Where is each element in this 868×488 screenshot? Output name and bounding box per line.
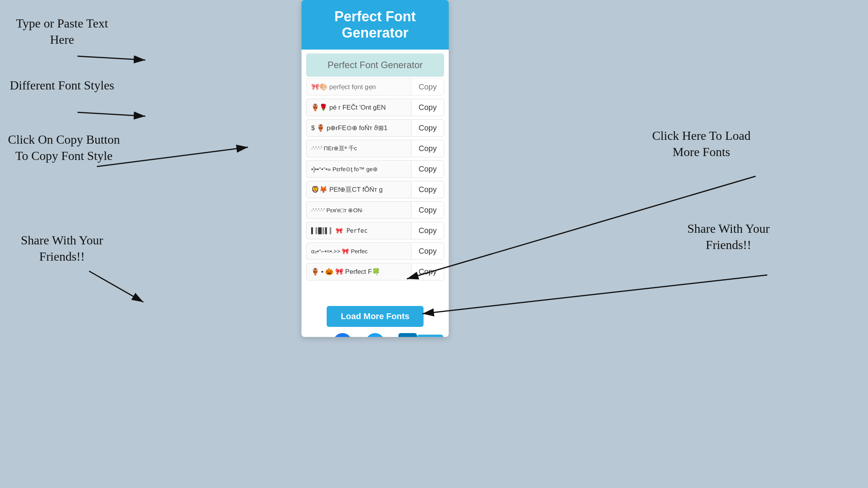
table-row: •]••°•°•» Pεrfe⊙ţ fo™ ge⊛ Copy [306, 160, 444, 178]
table-row: ∙'∙'∙'∙'∙' Pεя'e□т ⊕ON· Copy [306, 201, 444, 219]
svg-line-4 [89, 271, 143, 302]
table-row: α₂•°⌐•≈•.>> 🎀 Perfec Copy [306, 242, 444, 260]
copy-button[interactable]: Copy [411, 243, 444, 259]
right-input-display-2: Perfect Font Generator [306, 53, 444, 77]
annotation-click-load: Click Here To Load More Fonts [643, 128, 760, 160]
annotation-type-paste: Type or Paste Text Here [8, 15, 116, 48]
table-row: ▌║█║▌║ 🎀 Perfec Copy [306, 222, 444, 239]
copy-button[interactable]: Copy [411, 99, 444, 116]
table-row: 🏺 • 🎃 🎀 Perfect F🍀 Copy [306, 263, 444, 280]
font-style-text: $ 🏺 p⊕rFE⊙⊕ foŃт ϑ⊞1 [307, 120, 411, 136]
copy-button[interactable]: Copy [411, 120, 444, 136]
svg-line-3 [97, 147, 248, 167]
font-style-text: 🏺 • 🎃 🎀 Perfect F🍀 [307, 264, 411, 280]
annotation-share-left: Share With Your Friends!! [8, 232, 116, 265]
table-row: 🎀🎨 pẹrfẹct fọnt gẹn Copy [306, 78, 444, 96]
table-row: ∙'∙'∙'∙' ΠΕr⊕亘ª 千c Copy [306, 140, 444, 157]
annotation-share-right: Share With Your Friends!! [674, 221, 783, 253]
right-phone-wrapper: Perfect Font Generator Perfect Font Gene… [301, 0, 449, 337]
font-style-text: 🎀🎨 pẹrfẹct fọnt gẹn [307, 79, 411, 95]
copy-button[interactable]: Copy [411, 263, 444, 280]
font-style-text: ∙'∙'∙'∙' ΠΕr⊕亘ª 千c [307, 141, 411, 156]
svg-line-2 [78, 112, 145, 116]
top-button-2[interactable]: Top [417, 335, 443, 337]
copy-button[interactable]: Copy [411, 140, 444, 157]
font-style-text: 🏺🌹 pé r FEČt 'Ont gEN [307, 100, 411, 115]
font-style-text: ∙'∙'∙'∙'∙' Pεя'e□т ⊕ON· [307, 203, 411, 218]
twitter-icon-r2[interactable] [366, 333, 384, 337]
font-style-text: ▌║█║▌║ 🎀 Perfec [307, 223, 411, 238]
copy-button[interactable]: Copy [411, 79, 444, 95]
copy-button[interactable]: Copy [411, 202, 444, 218]
load-more-button-2[interactable]: Load More Fonts [327, 306, 423, 327]
table-row: 🦁🦊 PEf⊕亘CT fÕŃт g Copy [306, 181, 444, 198]
copy-button[interactable]: Copy [411, 181, 444, 198]
annotation-different-fonts: Different Font Styles [8, 77, 116, 94]
svg-line-5 [407, 176, 756, 279]
font-style-text: 🦁🦊 PEf⊕亘CT fÕŃт g [307, 181, 411, 198]
svg-line-1 [78, 56, 145, 60]
copy-button[interactable]: Copy [411, 161, 444, 177]
font-style-text: α₂•°⌐•≈•.>> 🎀 Perfec [307, 244, 411, 259]
table-row: $ 🏺 p⊕rFE⊙⊕ foŃт ϑ⊞1 Copy [306, 119, 444, 137]
svg-line-6 [422, 275, 767, 314]
right-header-2: Perfect Font Generator [301, 0, 449, 50]
right-font-list-2: 🎀🎨 pẹrfẹct fọnt gẹn Copy 🏺🌹 pé r FEČt 'O… [301, 78, 449, 303]
copy-button[interactable]: Copy [411, 222, 444, 239]
annotation-click-copy: Click On Copy Button To Copy Font Style [8, 132, 120, 164]
font-style-text: •]••°•°•» Pεrfe⊙ţ fo™ ge⊛ [307, 162, 411, 177]
linkedin-icon-r2[interactable]: in [398, 333, 417, 337]
table-row: 🏺🌹 pé r FEČt 'Ont gEN Copy [306, 99, 444, 116]
facebook-icon-r2[interactable] [333, 333, 352, 337]
